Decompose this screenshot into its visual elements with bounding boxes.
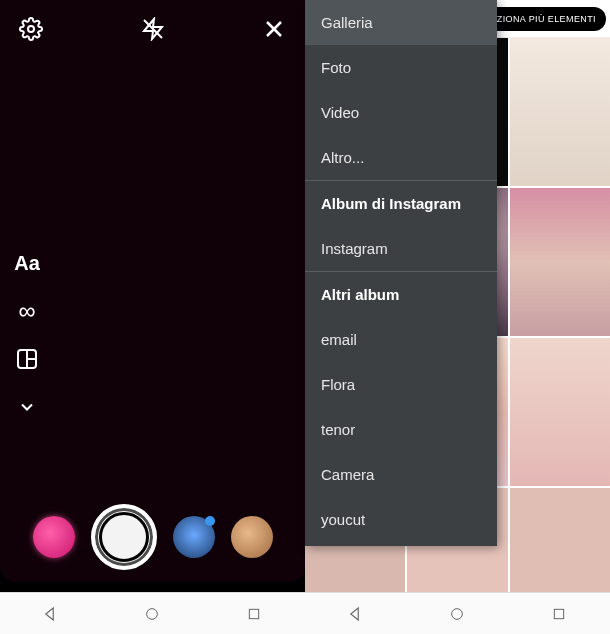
nav-recent-icon[interactable] bbox=[243, 603, 265, 625]
svg-marker-11 bbox=[351, 608, 359, 620]
effect-filter-1[interactable] bbox=[33, 516, 75, 558]
layout-tool-icon[interactable] bbox=[14, 346, 40, 372]
svg-marker-8 bbox=[46, 608, 54, 620]
close-icon[interactable] bbox=[261, 16, 287, 42]
camera-story-pane: Aa ∞ Storia bbox=[0, 0, 305, 634]
album-option-youcut[interactable]: youcut bbox=[305, 497, 497, 542]
nav-home-icon[interactable] bbox=[446, 603, 468, 625]
effect-filter-2[interactable] bbox=[173, 516, 215, 558]
flash-off-icon[interactable] bbox=[140, 16, 166, 42]
album-option-altro[interactable]: Altro... bbox=[305, 135, 497, 180]
gallery-thumb[interactable] bbox=[510, 338, 610, 486]
album-section-instagram: Album di Instagram bbox=[305, 181, 497, 226]
nav-back-icon[interactable] bbox=[345, 603, 367, 625]
album-option-galleria[interactable]: Galleria bbox=[305, 0, 497, 45]
nav-home-icon[interactable] bbox=[141, 603, 163, 625]
story-side-tools: Aa ∞ bbox=[14, 250, 40, 420]
album-option-tenor[interactable]: tenor bbox=[305, 407, 497, 452]
chevron-down-icon[interactable] bbox=[14, 394, 40, 420]
album-option-instagram[interactable]: Instagram bbox=[305, 226, 497, 271]
gallery-thumb[interactable] bbox=[510, 188, 610, 336]
boomerang-tool-icon[interactable]: ∞ bbox=[14, 298, 40, 324]
gallery-picker-pane: SELEZIONA PIÙ ELEMENTI Galleria Foto Vid… bbox=[305, 0, 610, 634]
nav-back-icon[interactable] bbox=[40, 603, 62, 625]
album-option-flora[interactable]: Flora bbox=[305, 362, 497, 407]
shutter-button[interactable] bbox=[91, 504, 157, 570]
settings-icon[interactable] bbox=[18, 16, 44, 42]
camera-viewfinder: Aa ∞ bbox=[0, 0, 305, 582]
gallery-thumb[interactable] bbox=[510, 38, 610, 186]
album-section-altri: Altri album bbox=[305, 272, 497, 317]
text-tool-icon[interactable]: Aa bbox=[14, 250, 40, 276]
album-dropdown: Galleria Foto Video Altro... Album di In… bbox=[305, 0, 497, 546]
album-option-foto[interactable]: Foto bbox=[305, 45, 497, 90]
nav-recent-icon[interactable] bbox=[548, 603, 570, 625]
svg-point-9 bbox=[147, 608, 158, 619]
camera-top-bar bbox=[0, 0, 305, 50]
svg-point-12 bbox=[452, 608, 463, 619]
svg-rect-13 bbox=[554, 609, 563, 618]
shutter-row bbox=[0, 504, 305, 570]
svg-rect-10 bbox=[249, 609, 258, 618]
effect-filter-3[interactable] bbox=[231, 516, 273, 558]
svg-point-0 bbox=[28, 26, 34, 32]
album-option-video[interactable]: Video bbox=[305, 90, 497, 135]
album-option-email[interactable]: email bbox=[305, 317, 497, 362]
android-nav-bar bbox=[0, 592, 610, 634]
album-option-camera[interactable]: Camera bbox=[305, 452, 497, 497]
